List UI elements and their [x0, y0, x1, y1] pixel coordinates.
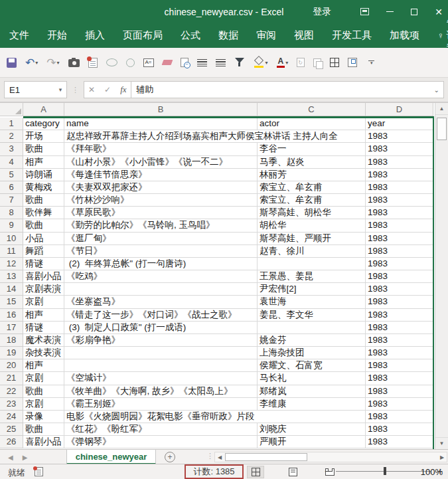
row-header[interactable]: 2 — [0, 130, 23, 143]
cell[interactable]: 李谷一 — [258, 143, 366, 155]
cell[interactable] — [64, 283, 258, 296]
row-header[interactable]: 5 — [0, 169, 23, 181]
normal-view-button[interactable] — [247, 466, 264, 478]
cell[interactable]: 1983 — [366, 309, 433, 322]
row-header[interactable]: 17 — [0, 322, 23, 334]
undo-icon-dropdown[interactable]: ▾ — [35, 60, 38, 66]
ribbon-tab-5[interactable]: 公式 — [181, 29, 200, 42]
ribbon-tab-3[interactable]: 插入 — [85, 29, 105, 42]
cell[interactable]: 京剧 — [23, 296, 64, 308]
cell[interactable]: 尹宏伟[2] — [258, 283, 366, 296]
cell[interactable]: 《彩扇争艳》 — [64, 334, 258, 347]
row-header[interactable]: 1 — [0, 118, 23, 130]
cell[interactable]: 1983 — [366, 194, 433, 207]
row-header[interactable]: 6 — [0, 181, 23, 194]
cell[interactable]: 歌曲 — [23, 194, 64, 207]
align-left-icon[interactable] — [216, 59, 226, 66]
cell[interactable]: 相声 — [23, 156, 64, 169]
cell[interactable] — [258, 322, 366, 334]
font-color-icon[interactable]: A▾ — [277, 57, 289, 68]
name-box[interactable]: E1 ▾ — [4, 81, 67, 98]
cell[interactable]: 京剧 — [23, 398, 64, 411]
cell[interactable]: 1983 — [366, 296, 433, 308]
row-header[interactable]: 26 — [0, 436, 23, 448]
cell[interactable]: 1983 — [366, 372, 433, 385]
cell[interactable]: 1983 — [366, 245, 433, 258]
row-header[interactable]: 20 — [0, 359, 23, 372]
row-header[interactable]: 16 — [0, 309, 23, 322]
cell[interactable]: name — [64, 118, 258, 130]
maximize-icon[interactable] — [411, 9, 417, 15]
column-header-C[interactable]: C — [258, 103, 366, 116]
cell[interactable]: 《节日》 — [64, 245, 258, 258]
cell[interactable]: 1983 — [366, 219, 433, 232]
fill-color-icon-dropdown[interactable]: ▾ — [265, 60, 268, 66]
borders-icon[interactable] — [330, 58, 339, 67]
cell[interactable]: 《拜年歌》 — [64, 143, 258, 155]
cell[interactable]: 马季、赵炎 — [258, 156, 366, 169]
cell[interactable]: 1983 — [366, 398, 433, 411]
cell[interactable]: 歌伴舞 — [23, 207, 64, 219]
cell[interactable]: 1983 — [366, 385, 433, 398]
circle-shape-icon[interactable] — [126, 58, 135, 67]
cell[interactable]: 1983 — [366, 334, 433, 347]
refresh-document-icon[interactable] — [297, 58, 305, 67]
cell[interactable]: 歌曲 — [23, 385, 64, 398]
cell[interactable]: 舞蹈 — [23, 245, 64, 258]
cell[interactable]: 李维康 — [258, 398, 366, 411]
ribbon-tab-4[interactable]: 页面布局 — [123, 29, 163, 42]
cell[interactable]: 1983 — [366, 233, 433, 245]
cell[interactable]: 魔术表演 — [23, 334, 64, 347]
cell[interactable]: (3) 制定人口政策" (打一成语) — [64, 322, 258, 334]
cell[interactable]: 《错走了这一步》《对口词》《战士之歌》 — [64, 309, 258, 322]
cell[interactable]: 《草原民歌》 — [64, 207, 258, 219]
horizontal-scrollbar-thumb[interactable] — [225, 453, 307, 461]
cell[interactable]: 马长礼 — [258, 372, 366, 385]
cell[interactable]: 相声 — [23, 309, 64, 322]
zoom-slider[interactable] — [336, 471, 431, 472]
row-header[interactable]: 22 — [0, 385, 23, 398]
cell[interactable]: 1983 — [366, 359, 433, 372]
cell[interactable]: 《弹钢琴》 — [64, 436, 258, 448]
row-header[interactable]: 8 — [0, 207, 23, 219]
cell[interactable]: 喜剧小品 — [23, 436, 64, 448]
cell[interactable]: 黄梅戏 — [23, 181, 64, 194]
enter-formula-icon[interactable]: ✓ — [104, 85, 111, 94]
cell[interactable] — [258, 258, 366, 270]
cell[interactable]: 电影《火烧圆明园》花絮电影《垂帘听政》片段 — [64, 411, 366, 423]
cell[interactable]: 杂技表演 — [23, 347, 64, 359]
formula-input[interactable]: 辅助 ⌄ — [131, 81, 444, 98]
row-header[interactable]: 23 — [0, 398, 23, 411]
cell[interactable]: 1983 — [366, 143, 433, 155]
cell[interactable]: 上海杂技团 — [258, 347, 366, 359]
zoom-out-icon[interactable]: − — [323, 466, 331, 476]
row-header[interactable]: 7 — [0, 194, 23, 207]
cell[interactable]: 1983 — [366, 347, 433, 359]
cell[interactable]: 1983 — [366, 169, 433, 181]
row-header[interactable]: 15 — [0, 296, 23, 308]
row-header[interactable]: 12 — [0, 258, 23, 270]
record-macro-icon[interactable] — [88, 58, 98, 68]
cell[interactable]: 《空城计》 — [64, 372, 258, 385]
cell[interactable]: 1983 — [366, 207, 433, 219]
redo-icon-dropdown[interactable]: ▾ — [57, 60, 60, 66]
select-all-corner[interactable] — [0, 103, 23, 116]
column-header-A[interactable]: A — [23, 103, 64, 116]
cell[interactable]: 《霸王别姬》 — [64, 398, 258, 411]
vertical-scrollbar[interactable]: ▲ ▼ — [435, 103, 448, 449]
vertical-scrollbar-thumb[interactable] — [437, 118, 447, 140]
cell[interactable]: 赵忠祥致开幕辞主持人介绍到场嘉宾相声大师侯宝林讲话 主持人向全 — [64, 130, 366, 143]
insert-function-icon[interactable]: fx — [120, 84, 126, 95]
fill-color-icon[interactable]: ▾ — [254, 57, 268, 68]
sheet-tab-chinese-newyear[interactable]: chinese_newyear — [66, 450, 156, 464]
macro-record-icon[interactable] — [35, 467, 43, 476]
cell[interactable]: 郑绪岚 — [258, 385, 366, 398]
align-justify-icon[interactable] — [197, 59, 207, 66]
row-header[interactable]: 11 — [0, 245, 23, 258]
ribbon-tab-7[interactable]: 审阅 — [256, 29, 276, 42]
cell[interactable]: 1983 — [366, 411, 433, 423]
cell[interactable]: 《夫妻双双把家还》 — [64, 181, 258, 194]
hscroll-right-icon[interactable]: ▶ — [437, 452, 447, 462]
cell[interactable]: (2) 年终算总帐" (打一句唐诗) — [64, 258, 258, 270]
cell[interactable]: 《吃鸡》 — [64, 270, 258, 283]
